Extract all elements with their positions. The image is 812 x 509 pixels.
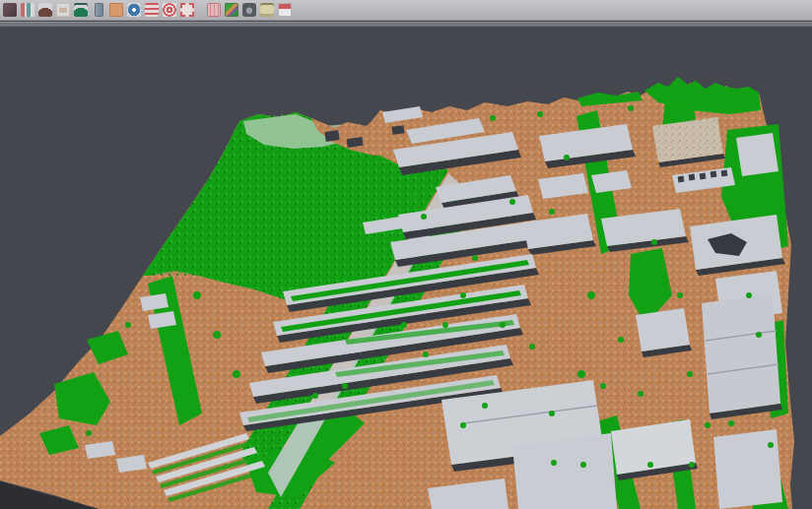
sparse-cloud-icon[interactable] bbox=[54, 1, 72, 19]
profile-tool-icon[interactable] bbox=[90, 1, 107, 19]
region-select-icon[interactable] bbox=[178, 1, 196, 19]
log-list-icon[interactable] bbox=[143, 1, 161, 19]
dtm-terrain-icon[interactable] bbox=[36, 1, 54, 19]
flag-icon[interactable] bbox=[276, 1, 294, 19]
classify-points-icon[interactable] bbox=[19, 1, 36, 19]
grid-icon[interactable] bbox=[205, 1, 223, 19]
3d-viewport[interactable] bbox=[0, 27, 812, 509]
target-icon[interactable] bbox=[161, 1, 178, 19]
camera-icon[interactable] bbox=[240, 1, 258, 19]
orthophoto-icon[interactable] bbox=[107, 1, 125, 19]
measure-icon[interactable] bbox=[258, 1, 276, 19]
point-cloud-scene bbox=[0, 27, 812, 509]
dsm-surface-icon[interactable] bbox=[72, 1, 90, 19]
main-toolbar bbox=[0, 0, 812, 21]
globe-icon[interactable] bbox=[125, 1, 143, 19]
application-window bbox=[0, 0, 812, 509]
project-icon[interactable] bbox=[1, 1, 19, 19]
classified-map-icon[interactable] bbox=[223, 1, 240, 19]
